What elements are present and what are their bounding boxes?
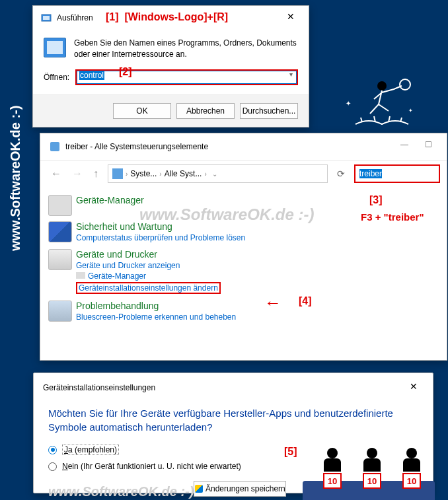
item-head[interactable]: Problembehandlung bbox=[76, 301, 236, 311]
item-head[interactable]: Geräte-Manager bbox=[76, 195, 144, 205]
ok-button[interactable]: OK bbox=[113, 103, 171, 119]
security-flag-icon bbox=[48, 221, 72, 242]
minimize-icon[interactable]: — bbox=[392, 140, 416, 153]
run-dialog: Ausführen ✕ Geben Sie den Namen eines Pr… bbox=[32, 5, 309, 127]
svg-text:✦: ✦ bbox=[408, 108, 413, 114]
device-manager-icon bbox=[48, 195, 72, 216]
annotation-4: [4] bbox=[299, 295, 312, 307]
item-sub[interactable]: Geräte und Drucker anzeigen bbox=[76, 261, 221, 270]
watermark: www.SoftwareOK.de :-) bbox=[48, 484, 194, 499]
doodle-running-figure: ✦✦ bbox=[342, 73, 422, 139]
save-changes-button[interactable]: Änderungen speichern bbox=[194, 481, 286, 497]
item-head[interactable]: Sicherheit und Wartung bbox=[76, 221, 245, 232]
vertical-watermark: www.SoftwareOK.de :-) bbox=[8, 106, 23, 251]
close-icon[interactable]: ✕ bbox=[404, 381, 424, 394]
arrow-indicator: ← bbox=[264, 293, 281, 313]
device-install-settings-link[interactable]: Geräteinstallationseinstellungen ändern bbox=[76, 282, 221, 294]
forward-icon[interactable]: → bbox=[72, 168, 83, 180]
cancel-button[interactable]: Abbrechen bbox=[176, 103, 235, 119]
addr-icon bbox=[112, 168, 123, 179]
run-title: Ausführen bbox=[57, 13, 93, 22]
radio-yes-label[interactable]: Ja (empfohlen) bbox=[62, 445, 119, 455]
open-label: Öffnen: bbox=[44, 73, 75, 82]
chevron-down-icon[interactable]: ⌄ bbox=[212, 170, 217, 178]
control-panel-window: treiber - Alle Systemsteuerungselemente … bbox=[40, 133, 447, 361]
browse-button[interactable]: Durchsuchen... bbox=[240, 103, 298, 119]
addr-seg[interactable]: Syste... bbox=[130, 169, 157, 178]
svg-point-3 bbox=[377, 81, 387, 90]
chevron-down-icon[interactable]: ▾ bbox=[289, 71, 293, 78]
settings-title: Geräteinstallationseinstellungen bbox=[43, 383, 155, 392]
open-input[interactable]: control bbox=[75, 69, 298, 85]
address-bar[interactable]: › Syste... › Alle Syst... › ⌄ bbox=[108, 164, 328, 183]
close-icon[interactable]: ✕ bbox=[281, 11, 301, 24]
annotation-5: [5] bbox=[284, 446, 297, 458]
annotation-3: [3] bbox=[369, 194, 383, 206]
annotation-3-sub: F3 + "treiber" bbox=[361, 211, 424, 223]
item-sub[interactable]: Geräte-Manager bbox=[76, 271, 221, 281]
annotation-1: [1] [Windows-Logo]+[R] bbox=[106, 11, 228, 23]
run-description: Geben Sie den Namen eines Programms, Ord… bbox=[74, 38, 298, 60]
doodle-judges: 10 10 10 bbox=[296, 444, 448, 500]
radio-no-label[interactable]: Nein (Ihr Gerät funktioniert u. U. nicht… bbox=[62, 462, 241, 471]
radio-no[interactable] bbox=[48, 462, 57, 471]
refresh-icon[interactable]: ⟳ bbox=[333, 168, 349, 179]
svg-text:✦: ✦ bbox=[346, 100, 351, 107]
search-input[interactable]: treiber bbox=[354, 164, 440, 183]
shield-icon bbox=[195, 485, 203, 493]
printer-icon bbox=[48, 249, 72, 270]
radio-yes[interactable] bbox=[48, 446, 57, 454]
run-title-icon bbox=[41, 13, 52, 23]
svg-rect-1 bbox=[43, 16, 50, 20]
svg-rect-2 bbox=[50, 142, 59, 151]
up-icon[interactable]: ↑ bbox=[93, 168, 98, 180]
item-head[interactable]: Geräte und Drucker bbox=[76, 249, 221, 260]
annotation-2: [2] bbox=[119, 66, 132, 78]
control-panel-icon bbox=[50, 141, 60, 152]
settings-question: Möchten Sie für Ihre Geräte verfügbare H… bbox=[48, 406, 418, 434]
run-program-icon bbox=[44, 38, 66, 57]
item-sub[interactable]: Bluescreen-Probleme erkennen und beheben bbox=[76, 312, 236, 322]
troubleshoot-icon bbox=[48, 301, 72, 322]
addr-seg[interactable]: Alle Syst... bbox=[165, 169, 202, 178]
maximize-icon[interactable]: ☐ bbox=[416, 140, 440, 153]
back-icon[interactable]: ← bbox=[51, 168, 61, 180]
svg-point-4 bbox=[400, 79, 410, 90]
cpl-title: treiber - Alle Systemsteuerungselemente bbox=[65, 142, 208, 151]
item-sub[interactable]: Computerstatus überprüfen und Probleme l… bbox=[76, 233, 245, 242]
